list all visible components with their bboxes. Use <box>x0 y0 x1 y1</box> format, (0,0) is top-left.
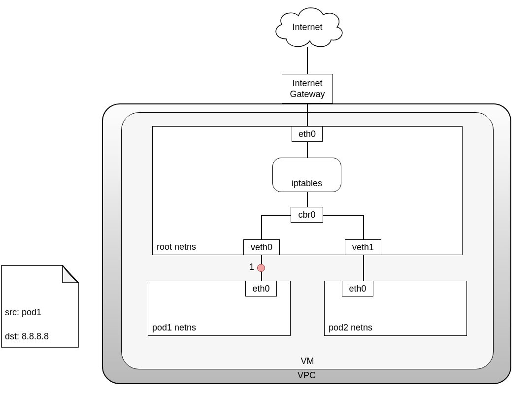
veth1-label: veth1 <box>352 242 374 253</box>
line-eth0-iptables <box>307 142 308 158</box>
veth1-box: veth1 <box>345 239 381 255</box>
pod1-eth0-label: eth0 <box>252 283 269 295</box>
line-gateway-eth0 <box>307 103 308 126</box>
internet-label: Internet <box>292 22 322 33</box>
line-cloud-gateway <box>307 47 308 74</box>
line-cbr0-branch-left-h <box>261 215 291 216</box>
line-cbr0-branch-left-v <box>261 215 262 239</box>
vm-eth0-box: eth0 <box>292 126 323 142</box>
packet-note: src: pod1 dst: 8.8.8.8 <box>1 265 79 348</box>
note-line1: src: pod1 <box>5 307 41 317</box>
line-veth1-pod2eth0 <box>363 255 364 281</box>
pod2-eth0-label: eth0 <box>349 283 366 295</box>
vm-eth0-label: eth0 <box>299 129 316 140</box>
internet-gateway-label: Internet Gateway <box>290 78 325 100</box>
pod1-netns-label: pod1 netns <box>152 322 196 333</box>
vm-label: VM <box>122 356 493 367</box>
pod2-netns-label: pod2 netns <box>329 322 372 333</box>
internet-cloud: Internet <box>268 2 347 52</box>
veth0-label: veth0 <box>251 242 272 253</box>
iptables-box: iptables <box>272 158 341 192</box>
iptables-label: iptables <box>292 178 322 189</box>
veth0-box: veth0 <box>243 239 280 255</box>
cbr0-box: cbr0 <box>291 207 323 223</box>
internet-gateway-box: Internet Gateway <box>282 74 333 103</box>
line-cbr0-branch-right-h <box>323 215 364 216</box>
note-line2: dst: 8.8.8.8 <box>5 331 49 341</box>
pod2-eth0-box: eth0 <box>342 281 373 296</box>
packet-marker-1 <box>257 264 265 272</box>
line-cbr0-branch-right-v <box>363 215 364 239</box>
line-iptables-cbr0 <box>307 192 308 207</box>
root-netns-label: root netns <box>157 241 196 253</box>
vpc-label: VPC <box>103 370 510 381</box>
packet-marker-1-label: 1 <box>249 262 254 272</box>
cbr0-label: cbr0 <box>298 209 315 221</box>
pod1-eth0-box: eth0 <box>245 281 277 296</box>
